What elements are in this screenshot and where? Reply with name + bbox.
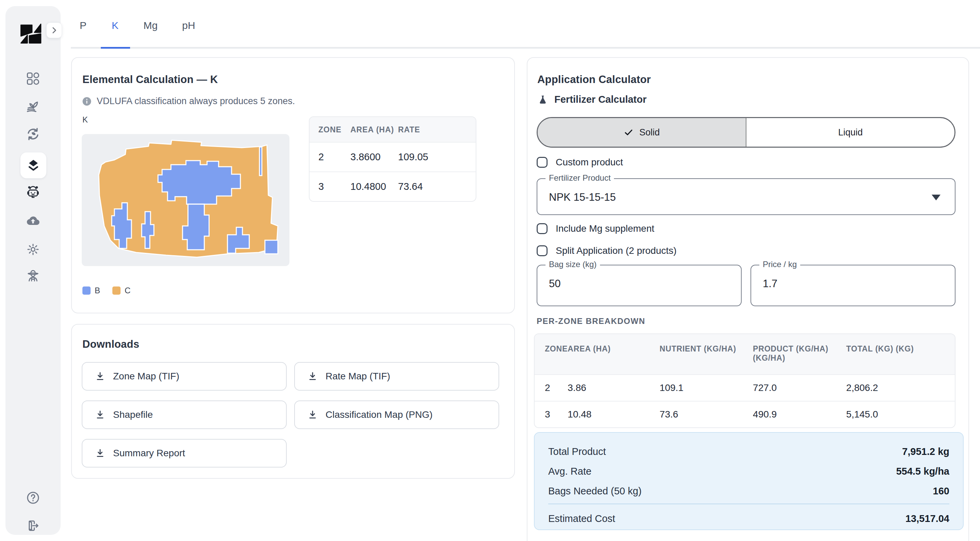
download-button-label: Shapefile (113, 409, 153, 420)
split-application-checkbox-row[interactable]: Split Application (2 products) (537, 245, 676, 256)
sidebar-item-brightness[interactable] (22, 239, 44, 260)
sidebar-expand-button[interactable] (46, 22, 62, 38)
rate-header: RATE (398, 117, 476, 142)
custom-product-checkbox-row[interactable]: Custom product (537, 157, 623, 168)
downloads-title: Downloads (83, 338, 139, 351)
tab-track (71, 47, 980, 49)
sidebar-item-sync[interactable] (22, 124, 44, 144)
download-summary-report-button[interactable]: Summary Report (82, 439, 287, 468)
sidebar-item-logout[interactable] (22, 515, 44, 536)
tab-active-indicator (101, 47, 130, 49)
summary-row-bags-needed: Bags Needed (50 kg) 160 (548, 481, 949, 501)
zone-cell: 3 (310, 171, 350, 201)
fertilizer-calculator-heading: Fertilizer Calculator (537, 94, 647, 105)
mode-toggle: Solid Liquid (537, 117, 956, 148)
dropdown-caret-icon (932, 195, 940, 200)
summary-row-avg-rate: Avg. Rate 554.5 kg/ha (548, 462, 949, 481)
sidebar-item-farmer[interactable] (22, 265, 44, 287)
assistant-robot-icon (25, 185, 41, 200)
app-logo (19, 22, 42, 45)
tab-p[interactable]: P (80, 20, 86, 31)
area-header: AREA (HA) (568, 334, 660, 374)
download-button-label: Summary Report (113, 448, 185, 459)
download-shapefile-button[interactable]: Shapefile (82, 400, 287, 429)
nutrient-cell: 109.1 (660, 374, 753, 401)
sidebar-item-assistant[interactable] (22, 182, 44, 203)
custom-product-label: Custom product (556, 157, 623, 168)
download-button-label: Zone Map (TIF) (113, 371, 179, 382)
zone-map[interactable] (82, 134, 290, 266)
bag-size-label: Bag size (kg) (546, 260, 600, 269)
zone-rate-table: ZONE AREA (HA) RATE 2 3.8600 109.05 3 10… (309, 116, 476, 202)
sidebar-item-upload[interactable] (22, 210, 44, 232)
zone-cell: 2 (535, 374, 568, 401)
legend-item-b: B (83, 286, 100, 295)
info-row: VDLUFA classification always produces 5 … (82, 96, 295, 106)
summary-label: Total Product (548, 446, 606, 457)
include-mg-checkbox-row[interactable]: Include Mg supplement (537, 223, 654, 234)
summary-value: 160 (933, 485, 949, 497)
download-rate-map-button[interactable]: Rate Map (TIF) (294, 362, 499, 390)
logout-icon (25, 518, 41, 533)
table-header-row: ZONE AREA (HA) RATE (310, 117, 476, 142)
bag-size-input[interactable]: Bag size (kg) 50 (537, 265, 741, 306)
flask-icon (537, 94, 548, 105)
summary-divider (548, 504, 949, 504)
per-zone-breakdown-table: ZONE AREA (HA) NUTRIENT (KG/HA) PRODUCT … (534, 333, 956, 428)
per-zone-breakdown-heading: PER-ZONE BREAKDOWN (537, 316, 645, 326)
zone-header: ZONE (535, 334, 568, 374)
mode-solid-label: Solid (639, 127, 660, 138)
download-icon (95, 371, 105, 382)
sidebar-item-fields[interactable] (22, 96, 44, 117)
summary-value: 13,517.04 (905, 513, 949, 524)
split-application-checkbox[interactable] (537, 245, 547, 256)
rate-cell: 73.64 (398, 171, 476, 201)
mode-liquid-button[interactable]: Liquid (746, 118, 955, 147)
summary-row-estimated-cost: Estimated Cost 13,517.04 (548, 506, 949, 531)
sidebar (5, 6, 60, 535)
area-cell: 10.48 (568, 401, 660, 427)
nutrient-header: NUTRIENT (KG/HA) (660, 334, 753, 374)
product-cell: 490.9 (753, 401, 846, 427)
summary-label: Estimated Cost (548, 513, 615, 524)
product-header: PRODUCT (KG/HA) (KG/HA) (753, 334, 846, 374)
tab-k[interactable]: K (112, 20, 118, 31)
chevron-right-icon (50, 26, 59, 35)
summary-value: 554.5 kg/ha (896, 466, 949, 477)
farmer-icon (25, 268, 41, 284)
info-icon (82, 96, 92, 106)
fertilizer-product-select[interactable]: Fertilizer Product NPK 15-15-15 (537, 178, 956, 215)
area-cell: 10.4800 (350, 171, 398, 201)
breakdown-header-row: ZONE AREA (HA) NUTRIENT (KG/HA) PRODUCT … (535, 334, 955, 374)
legend-item-c: C (112, 286, 130, 295)
legend-label-c: C (125, 286, 130, 295)
download-classification-map-button[interactable]: Classification Map (PNG) (294, 400, 499, 429)
fertilizer-product-label: Fertilizer Product (546, 173, 614, 183)
download-button-label: Rate Map (TIF) (326, 371, 390, 382)
app-window: P K Mg pH Elemental Calculation — K VDLU… (0, 0, 980, 541)
include-mg-checkbox[interactable] (537, 223, 547, 234)
download-icon (95, 409, 105, 420)
download-icon (307, 371, 318, 382)
product-cell: 727.0 (753, 374, 846, 401)
tab-mg[interactable]: Mg (143, 20, 158, 31)
zone-header: ZONE (310, 117, 350, 142)
total-cell: 2,806.2 (846, 374, 955, 401)
sidebar-item-help[interactable] (22, 487, 44, 508)
mode-solid-button[interactable]: Solid (538, 118, 746, 147)
map-label: K (83, 115, 88, 125)
download-zone-map-button[interactable]: Zone Map (TIF) (82, 362, 287, 390)
breakdown-row: 2 3.86 109.1 727.0 2,806.2 (535, 374, 955, 401)
area-cell: 3.8600 (350, 142, 398, 171)
download-button-label: Classification Map (PNG) (326, 409, 433, 420)
rate-cell: 109.05 (398, 142, 476, 171)
sidebar-item-layers-selected[interactable] (21, 152, 46, 178)
sync-leaf-icon (25, 127, 41, 141)
tab-ph[interactable]: pH (182, 20, 195, 31)
custom-product-checkbox[interactable] (537, 157, 547, 168)
area-header: AREA (HA) (350, 117, 398, 142)
sidebar-item-dashboard[interactable] (22, 68, 44, 89)
price-per-kg-input[interactable]: Price / kg 1.7 (751, 265, 956, 306)
price-per-kg-value: 1.7 (763, 278, 777, 290)
fertilizer-calculator-label: Fertilizer Calculator (554, 94, 647, 105)
